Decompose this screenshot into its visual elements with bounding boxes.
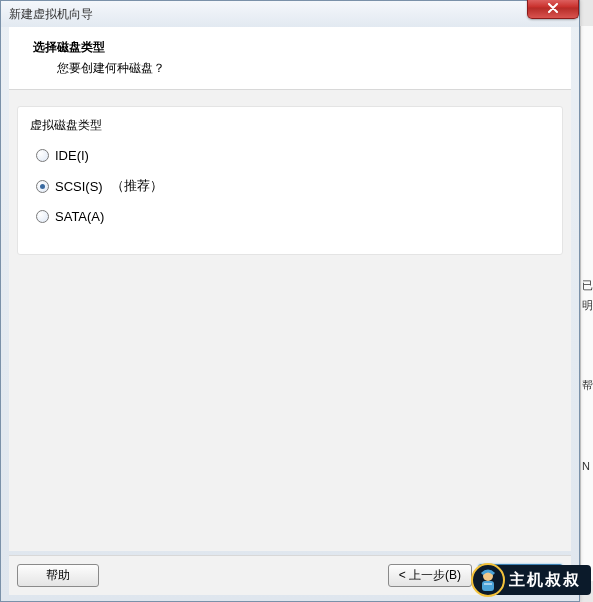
header-title: 选择磁盘类型 <box>33 39 547 56</box>
radio-icon <box>36 149 49 162</box>
radio-option-sata[interactable]: SATA(A) <box>36 209 550 224</box>
svg-rect-1 <box>482 581 494 591</box>
close-icon <box>547 3 559 13</box>
header-subtitle: 您要创建何种磁盘？ <box>33 60 547 77</box>
button-label: 帮助 <box>46 567 70 584</box>
wizard-header: 选择磁盘类型 您要创建何种磁盘？ <box>9 27 571 90</box>
mascot-icon <box>474 566 502 594</box>
recommended-label: （推荐） <box>111 177 163 195</box>
radio-icon <box>36 180 49 193</box>
disk-type-group: 虚拟磁盘类型 IDE(I) SCSI(S) （推荐） SATA(A) <box>17 106 563 255</box>
peek-text: 帮 <box>582 378 593 393</box>
close-button[interactable] <box>527 0 579 19</box>
button-label: < 上一步(B) <box>399 567 461 584</box>
radio-label: SCSI(S) <box>55 179 103 194</box>
watermark-logo <box>471 563 505 597</box>
watermark-text: 主机叔叔 <box>495 565 591 595</box>
help-button[interactable]: 帮助 <box>17 564 99 587</box>
peek-text: N <box>582 460 593 472</box>
radio-label: SATA(A) <box>55 209 104 224</box>
peek-text: 已 <box>582 278 593 293</box>
group-label: 虚拟磁盘类型 <box>30 117 550 134</box>
titlebar: 新建虚拟机向导 <box>1 1 579 27</box>
wizard-content: 虚拟磁盘类型 IDE(I) SCSI(S) （推荐） SATA(A) <box>9 90 571 551</box>
watermark: 主机叔叔 <box>471 562 591 598</box>
radio-option-ide[interactable]: IDE(I) <box>36 148 550 163</box>
window-title: 新建虚拟机向导 <box>9 6 93 23</box>
radio-option-scsi[interactable]: SCSI(S) （推荐） <box>36 177 550 195</box>
peek-text: 明 <box>582 298 593 313</box>
radio-label: IDE(I) <box>55 148 89 163</box>
wizard-window: 新建虚拟机向导 选择磁盘类型 您要创建何种磁盘？ 虚拟磁盘类型 IDE(I) S… <box>0 0 580 602</box>
back-button[interactable]: < 上一步(B) <box>388 564 472 587</box>
radio-icon <box>36 210 49 223</box>
